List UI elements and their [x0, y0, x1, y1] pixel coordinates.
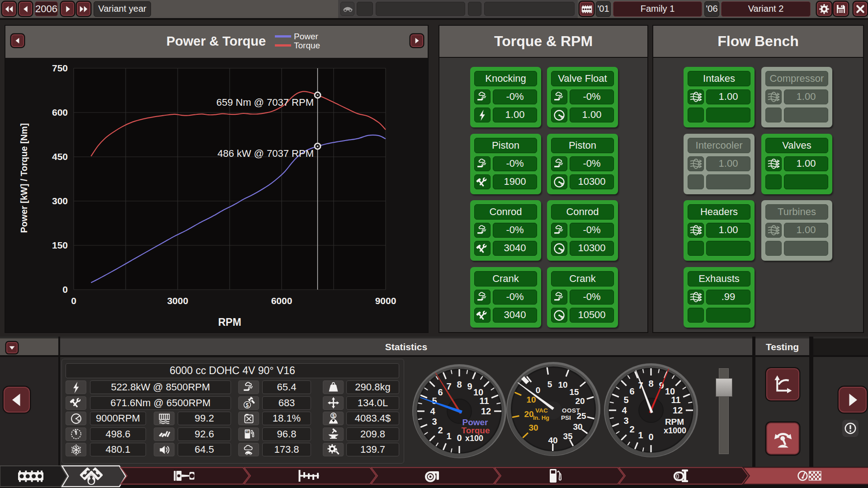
svg-text:11: 11 — [479, 396, 489, 406]
svg-text:0: 0 — [62, 284, 68, 295]
svg-text:486 kW @ 7037 RPM: 486 kW @ 7037 RPM — [217, 148, 314, 159]
svg-text:RPM: RPM — [218, 316, 241, 328]
svg-text:In. Hg: In. Hg — [533, 414, 549, 421]
svg-text:5: 5 — [623, 395, 628, 405]
svg-text:30: 30 — [573, 422, 582, 432]
svg-text:6: 6 — [629, 386, 634, 396]
svg-text:35: 35 — [563, 432, 573, 441]
svg-text:0: 0 — [648, 432, 653, 442]
svg-text:450: 450 — [52, 151, 68, 162]
svg-text:2: 2 — [629, 424, 634, 434]
svg-text:x100: x100 — [465, 434, 483, 443]
svg-text:600: 600 — [52, 107, 68, 117]
svg-text:8: 8 — [648, 379, 653, 389]
svg-text:5: 5 — [547, 380, 552, 389]
svg-text:2: 2 — [438, 425, 443, 435]
svg-text:300: 300 — [52, 196, 68, 206]
svg-text:3000: 3000 — [167, 296, 189, 306]
svg-text:PSI: PSI — [561, 414, 571, 421]
svg-text:7: 7 — [446, 381, 451, 391]
svg-text:1: 1 — [446, 431, 451, 441]
svg-text:30: 30 — [528, 423, 538, 432]
svg-text:40: 40 — [548, 436, 557, 445]
svg-text:Power [kW] / Torque [Nm]: Power [kW] / Torque [Nm] — [19, 123, 29, 233]
svg-text:9000: 9000 — [375, 296, 396, 306]
svg-text:750: 750 — [52, 63, 68, 73]
svg-text:6000: 6000 — [271, 296, 292, 306]
svg-text:VAC: VAC — [535, 407, 548, 414]
svg-text:150: 150 — [52, 240, 68, 250]
svg-text:x1000: x1000 — [664, 426, 686, 435]
svg-text:20: 20 — [524, 409, 533, 419]
svg-text:12: 12 — [481, 406, 491, 416]
svg-text:RPM: RPM — [665, 417, 684, 427]
svg-text:0: 0 — [71, 296, 76, 306]
svg-text:9: 9 — [467, 381, 472, 391]
svg-text:11: 11 — [671, 395, 680, 405]
svg-text:4: 4 — [622, 405, 627, 415]
svg-text:10: 10 — [526, 395, 536, 404]
svg-text:659 Nm @ 7037 RPM: 659 Nm @ 7037 RPM — [216, 97, 314, 108]
svg-text:0: 0 — [536, 385, 541, 395]
svg-text:3: 3 — [623, 416, 628, 426]
svg-text:5: 5 — [432, 396, 437, 406]
svg-text:12: 12 — [673, 405, 683, 415]
svg-text:20: 20 — [575, 396, 585, 406]
svg-text:4: 4 — [430, 406, 435, 416]
svg-text:6: 6 — [438, 387, 443, 397]
svg-text:10: 10 — [558, 380, 567, 389]
svg-text:3: 3 — [432, 417, 437, 427]
svg-text:1: 1 — [638, 430, 643, 440]
svg-text:8: 8 — [457, 380, 462, 389]
svg-text:15: 15 — [569, 387, 579, 397]
